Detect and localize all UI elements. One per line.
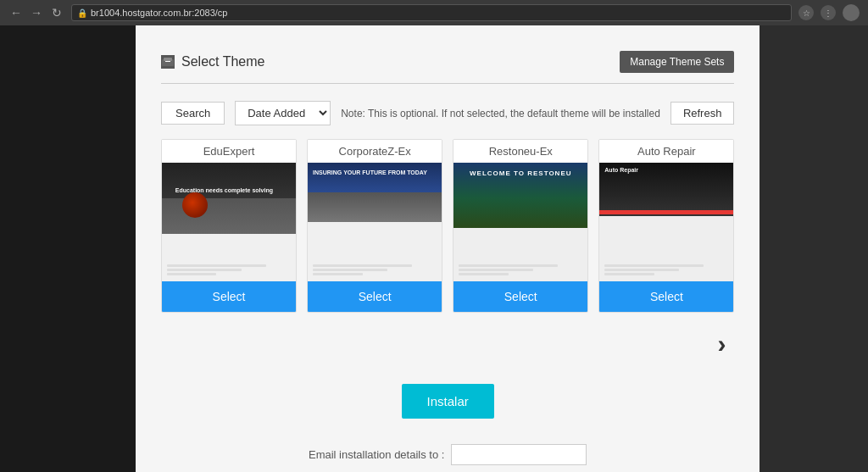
page-title: Select Theme <box>181 54 264 69</box>
manage-theme-sets-button[interactable]: Manage Theme Sets <box>620 51 734 73</box>
edu-apple-decoration <box>182 192 208 218</box>
preview-row <box>167 273 216 275</box>
preview-rows-edu <box>167 264 291 277</box>
theme-name-corporatez: CorporateZ-Ex <box>308 140 442 163</box>
reload-button[interactable]: ↻ <box>49 5 64 20</box>
theme-card-autorepair: Auto Repair Auto Repair Select <box>598 139 734 313</box>
browser-controls: ← → ↻ <box>8 5 64 20</box>
preview-row <box>459 273 508 275</box>
preview-rows-corp <box>313 264 437 277</box>
install-section: Instalar Email installation details to : <box>161 375 734 472</box>
preview-row <box>167 264 266 267</box>
sort-select[interactable]: Date Added Alphabetical Newest <box>235 101 331 125</box>
auto-red-bar <box>599 210 733 214</box>
refresh-button[interactable]: Refresh <box>670 102 735 125</box>
back-button[interactable]: ← <box>8 5 24 20</box>
url-text: br1004.hostgator.com.br:2083/cp <box>91 8 227 18</box>
main-content: Select Theme Manage Theme Sets Search Da… <box>136 25 760 472</box>
preview-row <box>459 264 558 267</box>
preview-row <box>604 269 679 271</box>
section-header: Select Theme Manage Theme Sets <box>161 51 734 84</box>
theme-preview-restoneu: WELCOME TO RESTONEU <box>453 163 587 281</box>
forward-button[interactable]: → <box>29 5 44 20</box>
theme-card-eduexpert: EduExpert Education needs complete solvi… <box>161 139 297 313</box>
preview-row <box>459 269 533 271</box>
page-wrapper: Select Theme Manage Theme Sets Search Da… <box>0 25 760 472</box>
svg-rect-2 <box>165 61 170 62</box>
next-arrow-container: › <box>161 330 734 358</box>
select-button-restoneu[interactable]: Select <box>453 281 587 312</box>
preview-row <box>604 264 704 267</box>
section-title: Select Theme <box>161 54 264 69</box>
url-bar[interactable]: 🔒 br1004.hostgator.com.br:2083/cp <box>71 4 792 21</box>
menu-icon[interactable]: ⋮ <box>821 5 836 20</box>
theme-card-corporatez: CorporateZ-Ex INSURING YOUR FUTURE FROM … <box>307 139 442 313</box>
email-input[interactable] <box>451 444 587 465</box>
search-button[interactable]: Search <box>161 102 225 125</box>
rest-overlay-text: WELCOME TO RESTONEU <box>459 169 582 177</box>
corp-overlay-text: INSURING YOUR FUTURE FROM TODAY <box>313 169 437 175</box>
svg-rect-1 <box>164 58 172 61</box>
email-label: Email installation details to : <box>309 448 444 461</box>
auto-overlay-text: Auto Repair <box>604 167 638 173</box>
theme-preview-corporatez: INSURING YOUR FUTURE FROM TODAY <box>308 163 442 281</box>
profile-avatar[interactable] <box>843 4 860 21</box>
note-text: Note: This is optional. If not selected,… <box>341 108 660 119</box>
next-button[interactable]: › <box>717 330 726 358</box>
email-row: Email installation details to : <box>161 444 734 465</box>
preview-row <box>167 269 242 271</box>
instalar-button[interactable]: Instalar <box>402 384 494 419</box>
toolbar: Search Date Added Alphabetical Newest No… <box>161 101 734 125</box>
preview-row <box>313 264 412 267</box>
preview-rows-rest <box>459 264 582 277</box>
browser-bar: ← → ↻ 🔒 br1004.hostgator.com.br:2083/cp … <box>0 0 868 25</box>
preview-row <box>313 269 387 271</box>
preview-rows-auto <box>604 264 728 277</box>
lock-icon: 🔒 <box>77 8 87 18</box>
theme-name-autorepair: Auto Repair <box>599 140 733 163</box>
theme-card-restoneu: Restoneu-Ex WELCOME TO RESTONEU Select <box>453 139 588 313</box>
select-button-corporatez[interactable]: Select <box>308 281 442 312</box>
section-title-icon <box>161 55 175 69</box>
preview-row <box>604 273 654 275</box>
theme-preview-autorepair: Auto Repair <box>599 163 733 281</box>
themes-grid: EduExpert Education needs complete solvi… <box>161 139 734 313</box>
theme-preview-eduexpert: Education needs complete solving <box>162 163 296 281</box>
preview-row <box>313 273 362 275</box>
select-button-eduexpert[interactable]: Select <box>162 281 296 312</box>
select-button-autorepair[interactable]: Select <box>599 281 733 312</box>
star-icon[interactable]: ☆ <box>798 5 814 20</box>
theme-name-restoneu: Restoneu-Ex <box>453 140 587 163</box>
theme-name-eduexpert: EduExpert <box>162 140 296 163</box>
browser-actions: ☆ ⋮ <box>798 4 860 21</box>
sidebar <box>0 25 136 472</box>
